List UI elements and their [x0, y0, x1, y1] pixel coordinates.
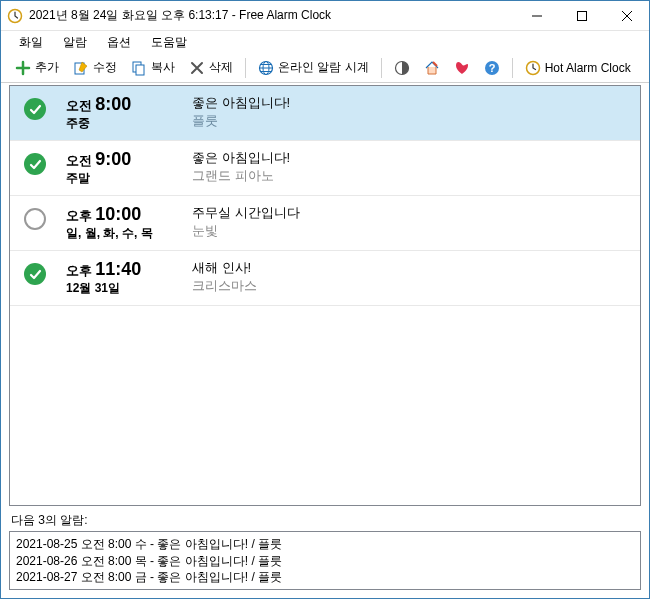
alarm-sound: 크리스마스 [192, 277, 630, 295]
next-alarm-line: 2021-08-26 오전 8:00 목 - 좋은 아침입니다! / 플룻 [16, 553, 634, 569]
check-on-icon [24, 98, 46, 120]
home-icon [424, 60, 440, 76]
minimize-button[interactable] [514, 1, 559, 30]
alarm-title: 주무실 시간입니다 [192, 204, 630, 222]
hot-label: Hot Alarm Clock [545, 61, 631, 75]
alarm-description: 좋은 아침입니다!플룻 [192, 94, 630, 130]
window-controls [514, 1, 649, 30]
alarm-ampm: 오후 [66, 263, 92, 278]
check-on-icon [24, 263, 46, 285]
alarm-row[interactable]: 오전 8:00주중좋은 아침입니다!플룻 [10, 86, 640, 141]
pencil-icon [73, 60, 89, 76]
svg-rect-4 [136, 65, 144, 75]
app-icon [7, 8, 23, 24]
delete-button[interactable]: 삭제 [183, 56, 239, 79]
alarm-title: 새해 인사! [192, 259, 630, 277]
alarm-days: 일, 월, 화, 수, 목 [66, 225, 176, 242]
alarm-status-toggle[interactable] [20, 149, 50, 175]
alarm-sound: 눈빛 [192, 222, 630, 240]
alarm-time: 오전 9:00주말 [66, 149, 176, 187]
toolbar-separator [381, 58, 382, 78]
alarm-status-toggle[interactable] [20, 204, 50, 230]
alarm-description: 주무실 시간입니다눈빛 [192, 204, 630, 240]
menu-options[interactable]: 옵션 [97, 32, 141, 53]
edit-button[interactable]: 수정 [67, 56, 123, 79]
plus-icon [15, 60, 31, 76]
alarm-title: 좋은 아침입니다! [192, 149, 630, 167]
maximize-button[interactable] [559, 1, 604, 30]
alarm-days: 주중 [66, 115, 176, 132]
heart-icon [454, 60, 470, 76]
alarm-row[interactable]: 오후 10:00일, 월, 화, 수, 목주무실 시간입니다눈빛 [10, 196, 640, 251]
check-off-icon [24, 208, 46, 230]
delete-icon [189, 60, 205, 76]
heart-button[interactable] [448, 57, 476, 79]
add-label: 추가 [35, 59, 59, 76]
add-button[interactable]: 추가 [9, 56, 65, 79]
toolbar: 추가 수정 복사 삭제 온라인 알람 시계 [1, 53, 649, 83]
next-alarm-line: 2021-08-25 오전 8:00 수 - 좋은 아침입니다! / 플룻 [16, 536, 634, 552]
theme-button[interactable] [388, 57, 416, 79]
alarm-clock: 9:00 [95, 149, 131, 169]
check-on-icon [24, 153, 46, 175]
alarm-title: 좋은 아침입니다! [192, 94, 630, 112]
toolbar-separator [245, 58, 246, 78]
alarm-ampm: 오전 [66, 153, 92, 168]
toolbar-separator [512, 58, 513, 78]
svg-text:?: ? [488, 62, 495, 74]
next-alarm-line: 2021-08-27 오전 8:00 금 - 좋은 아침입니다! / 플룻 [16, 569, 634, 585]
alarm-clock: 8:00 [95, 94, 131, 114]
next-alarms-box: 2021-08-25 오전 8:00 수 - 좋은 아침입니다! / 플룻202… [9, 531, 641, 590]
online-label: 온라인 알람 시계 [278, 59, 369, 76]
copy-label: 복사 [151, 59, 175, 76]
alarm-sound: 그랜드 피아노 [192, 167, 630, 185]
svg-rect-1 [577, 11, 586, 20]
close-button[interactable] [604, 1, 649, 30]
help-button[interactable]: ? [478, 57, 506, 79]
clock-icon [525, 60, 541, 76]
menu-file[interactable]: 화일 [9, 32, 53, 53]
alarm-row[interactable]: 오후 11:4012월 31일새해 인사!크리스마스 [10, 251, 640, 306]
alarm-time: 오전 8:00주중 [66, 94, 176, 132]
contrast-icon [394, 60, 410, 76]
alarm-description: 새해 인사!크리스마스 [192, 259, 630, 295]
alarm-ampm: 오전 [66, 98, 92, 113]
alarm-days: 주말 [66, 170, 176, 187]
online-button[interactable]: 온라인 알람 시계 [252, 56, 375, 79]
alarm-list[interactable]: 오전 8:00주중좋은 아침입니다!플룻오전 9:00주말좋은 아침입니다!그랜… [9, 85, 641, 506]
globe-icon [258, 60, 274, 76]
menu-help[interactable]: 도움말 [141, 32, 197, 53]
copy-icon [131, 60, 147, 76]
copy-button[interactable]: 복사 [125, 56, 181, 79]
home-button[interactable] [418, 57, 446, 79]
help-icon: ? [484, 60, 500, 76]
titlebar: 2021년 8월 24일 화요일 오후 6:13:17 - Free Alarm… [1, 1, 649, 31]
menubar: 화일 알람 옵션 도움말 [1, 31, 649, 53]
alarm-time: 오후 10:00일, 월, 화, 수, 목 [66, 204, 176, 242]
alarm-ampm: 오후 [66, 208, 92, 223]
alarm-status-toggle[interactable] [20, 259, 50, 285]
menu-alarm[interactable]: 알람 [53, 32, 97, 53]
edit-label: 수정 [93, 59, 117, 76]
delete-label: 삭제 [209, 59, 233, 76]
alarm-row[interactable]: 오전 9:00주말좋은 아침입니다!그랜드 피아노 [10, 141, 640, 196]
alarm-description: 좋은 아침입니다!그랜드 피아노 [192, 149, 630, 185]
alarm-clock: 10:00 [95, 204, 141, 224]
window-title: 2021년 8월 24일 화요일 오후 6:13:17 - Free Alarm… [29, 7, 514, 24]
alarm-days: 12월 31일 [66, 280, 176, 297]
alarm-sound: 플룻 [192, 112, 630, 130]
alarm-clock: 11:40 [95, 259, 141, 279]
alarm-status-toggle[interactable] [20, 94, 50, 120]
next-alarms-heading: 다음 3의 알람: [1, 510, 649, 531]
alarm-time: 오후 11:4012월 31일 [66, 259, 176, 297]
hot-alarm-button[interactable]: Hot Alarm Clock [519, 57, 637, 79]
